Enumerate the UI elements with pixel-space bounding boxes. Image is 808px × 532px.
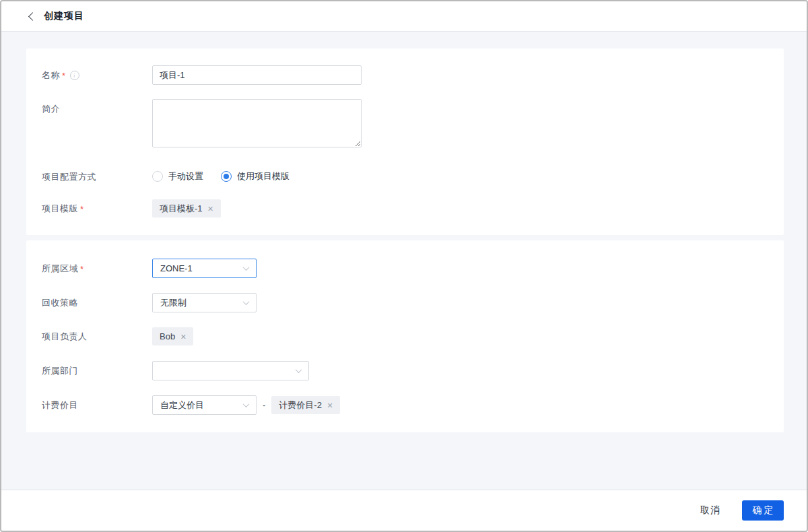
radio-option-template[interactable]: 使用项目模版: [221, 170, 290, 182]
chevron-down-icon: [243, 401, 250, 407]
billing-label-group: 计费价目: [42, 395, 152, 411]
name-label-group: 名称 * i: [42, 65, 152, 81]
owner-tag-label: Bob: [160, 331, 175, 341]
required-asterisk: *: [80, 264, 84, 274]
recycle-policy-select-value: 无限制: [160, 297, 187, 309]
name-input[interactable]: [152, 65, 362, 85]
back-icon[interactable]: [28, 12, 37, 21]
close-icon[interactable]: ×: [208, 204, 213, 213]
required-asterisk: *: [80, 204, 84, 214]
required-asterisk: *: [62, 71, 66, 81]
page-footer: 取消 确定: [1, 490, 807, 531]
billing-tag-label: 计费价目-2: [279, 399, 322, 411]
name-label: 名称: [42, 69, 60, 81]
template-tag: 项目模板-1 ×: [152, 199, 221, 218]
billing-tag: 计费价目-2 ×: [271, 396, 340, 414]
field-row-template: 项目模版 * 项目模板-1 ×: [42, 199, 768, 218]
radio-option-manual[interactable]: 手动设置: [152, 170, 203, 182]
department-select[interactable]: [152, 361, 309, 380]
close-icon[interactable]: ×: [327, 401, 333, 410]
billing-controls: 自定义价目 - 计费价目-2 ×: [152, 395, 340, 415]
field-row-billing: 计费价目 自定义价目 - 计费价目-2 ×: [42, 395, 768, 415]
intro-label: 简介: [42, 103, 60, 115]
config-mode-label: 项目配置方式: [42, 171, 96, 183]
basic-info-card: 名称 * i 简介 项目配置方式 手动设置: [26, 48, 784, 235]
dash-separator: -: [263, 400, 265, 410]
settings-card: 所属区域 * ZONE-1 回收策略 无限制 项目负: [26, 240, 784, 432]
page-title: 创建项目: [44, 10, 84, 22]
department-label: 所属部门: [42, 365, 78, 377]
billing-label: 计费价目: [42, 399, 78, 411]
department-label-group: 所属部门: [42, 361, 152, 377]
zone-select-value: ZONE-1: [160, 263, 193, 273]
confirm-button[interactable]: 确定: [742, 500, 784, 521]
info-icon[interactable]: i: [70, 71, 79, 80]
owner-tag: Bob ×: [152, 327, 193, 345]
close-icon[interactable]: ×: [180, 332, 186, 341]
radio-unchecked-icon[interactable]: [152, 171, 163, 182]
field-row-intro: 简介: [42, 99, 768, 147]
page-content: 名称 * i 简介 项目配置方式 手动设置: [1, 32, 807, 490]
intro-textarea[interactable]: [152, 99, 362, 147]
radio-option-manual-label: 手动设置: [168, 170, 203, 182]
recycle-policy-label: 回收策略: [42, 297, 78, 309]
owner-label: 项目负责人: [42, 331, 88, 343]
recycle-policy-select[interactable]: 无限制: [152, 293, 257, 312]
zone-label: 所属区域: [42, 263, 78, 275]
page-header: 创建项目: [1, 1, 807, 32]
chevron-down-icon: [243, 264, 250, 271]
intro-label-group: 简介: [42, 99, 152, 115]
config-mode-radio-group: 手动设置 使用项目模版: [152, 167, 290, 182]
template-label-group: 项目模版 *: [42, 199, 152, 215]
field-row-department: 所属部门: [42, 361, 768, 380]
field-row-config-mode: 项目配置方式 手动设置 使用项目模版: [42, 167, 768, 183]
create-project-page: 创建项目 名称 * i 简介 项目配置方式: [0, 0, 808, 532]
field-row-name: 名称 * i: [42, 65, 768, 85]
owner-label-group: 项目负责人: [42, 327, 152, 343]
chevron-down-icon: [296, 366, 302, 373]
radio-checked-icon[interactable]: [221, 171, 232, 182]
template-label: 项目模版: [42, 203, 78, 215]
field-row-owner: 项目负责人 Bob ×: [42, 327, 768, 345]
field-row-recycle-policy: 回收策略 无限制: [42, 293, 768, 312]
config-mode-label-group: 项目配置方式: [42, 167, 152, 183]
chevron-down-icon: [243, 298, 250, 305]
template-tag-label: 项目模板-1: [160, 203, 203, 215]
zone-select[interactable]: ZONE-1: [152, 259, 257, 278]
billing-select[interactable]: 自定义价目: [152, 395, 257, 415]
radio-option-template-label: 使用项目模版: [237, 170, 290, 182]
billing-select-value: 自定义价目: [160, 399, 204, 411]
recycle-policy-label-group: 回收策略: [42, 293, 152, 309]
zone-label-group: 所属区域 *: [42, 259, 152, 275]
cancel-button[interactable]: 取消: [694, 500, 727, 521]
field-row-zone: 所属区域 * ZONE-1: [42, 259, 768, 278]
